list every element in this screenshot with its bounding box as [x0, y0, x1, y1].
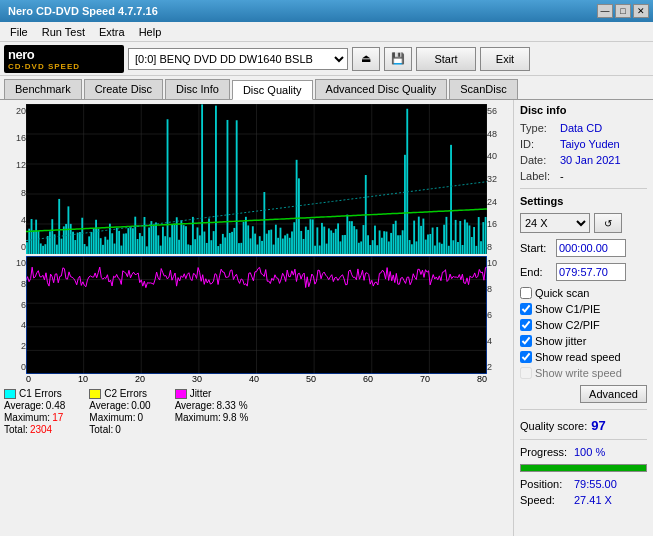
lower-y-axis-right: 10 8 6 4 2: [487, 256, 509, 374]
y-label: 56: [487, 106, 509, 116]
lower-y-axis-left: 10 8 6 4 2 0: [4, 256, 26, 374]
disc-type-key: Type:: [520, 122, 556, 134]
show-read-speed-row: Show read speed: [520, 351, 647, 363]
y-label: 16: [487, 219, 509, 229]
divider-1: [520, 188, 647, 189]
y-label: 16: [4, 133, 26, 143]
c1-stats: C1 Errors Average: 0.48 Maximum: 17 Tota…: [4, 388, 65, 435]
disc-id-val: Taiyo Yuden: [560, 138, 620, 150]
c1-label: C1 Errors: [19, 388, 62, 399]
maximize-button[interactable]: □: [615, 4, 631, 18]
menu-help[interactable]: Help: [133, 24, 168, 40]
settings-title: Settings: [520, 195, 647, 207]
disc-type-val: Data CD: [560, 122, 602, 134]
disc-eject-button[interactable]: ⏏: [352, 47, 380, 71]
y-label: 12: [4, 160, 26, 170]
lower-chart-canvas: [26, 256, 487, 374]
quick-scan-checkbox[interactable]: [520, 287, 532, 299]
y-label: 2: [4, 341, 26, 351]
y-label: 4: [4, 320, 26, 330]
tab-advanced-disc-quality[interactable]: Advanced Disc Quality: [315, 79, 448, 99]
end-input[interactable]: [556, 263, 626, 281]
disc-date-val: 30 Jan 2021: [560, 154, 621, 166]
c1-avg-value: 0.48: [46, 400, 65, 411]
y-label: 2: [487, 362, 509, 372]
show-write-speed-row: Show write speed: [520, 367, 647, 379]
upper-y-axis-right: 56 48 40 32 24 16 8: [487, 104, 509, 254]
x-axis-labels: 0 10 20 30 40 50 60 70 80: [26, 374, 487, 384]
speed-display-label: Speed:: [520, 494, 570, 506]
nero-logo-text: nero: [8, 47, 34, 62]
start-label: Start:: [520, 242, 552, 254]
position-label: Position:: [520, 478, 570, 490]
window-controls: — □ ✕: [597, 4, 649, 18]
menu-run-test[interactable]: Run Test: [36, 24, 91, 40]
progress-bar-fill: [521, 465, 646, 471]
menu-file[interactable]: File: [4, 24, 34, 40]
y-label: 8: [4, 188, 26, 198]
nero-logo: nero CD·DVD SPEED: [4, 45, 124, 73]
disc-date-key: Date:: [520, 154, 556, 166]
jitter-avg-value: 8.33 %: [216, 400, 247, 411]
show-read-speed-checkbox[interactable]: [520, 351, 532, 363]
disc-type-row: Type: Data CD: [520, 122, 647, 134]
refresh-speed-button[interactable]: ↺: [594, 213, 622, 233]
show-c1pie-checkbox[interactable]: [520, 303, 532, 315]
y-label: 8: [487, 284, 509, 294]
start-row: Start:: [520, 239, 647, 257]
show-c2pif-row: Show C2/PIF: [520, 319, 647, 331]
jitter-max-label: Maximum:: [175, 412, 221, 423]
c1-total-value: 2304: [30, 424, 52, 435]
jitter-max-value: 9.8 %: [223, 412, 249, 423]
c2-total-label: Total:: [89, 424, 113, 435]
show-c2pif-label: Show C2/PIF: [535, 319, 600, 331]
jitter-color-box: [175, 389, 187, 399]
show-write-speed-label: Show write speed: [535, 367, 622, 379]
y-label: 0: [4, 362, 26, 372]
y-label: 8: [487, 242, 509, 252]
quick-scan-row: Quick scan: [520, 287, 647, 299]
show-c2pif-checkbox[interactable]: [520, 319, 532, 331]
divider-2: [520, 409, 647, 410]
menu-extra[interactable]: Extra: [93, 24, 131, 40]
advanced-button[interactable]: Advanced: [580, 385, 647, 403]
upper-chart-canvas: [26, 104, 487, 254]
minimize-button[interactable]: —: [597, 4, 613, 18]
save-button[interactable]: 💾: [384, 47, 412, 71]
tabs: Benchmark Create Disc Disc Info Disc Qua…: [0, 76, 653, 100]
c2-avg-value: 0.00: [131, 400, 150, 411]
tab-benchmark[interactable]: Benchmark: [4, 79, 82, 99]
start-input[interactable]: [556, 239, 626, 257]
show-write-speed-checkbox[interactable]: [520, 367, 532, 379]
menu-bar: File Run Test Extra Help: [0, 22, 653, 42]
show-jitter-label: Show jitter: [535, 335, 586, 347]
show-c1pie-label: Show C1/PIE: [535, 303, 600, 315]
y-label: 48: [487, 129, 509, 139]
speed-display-value: 27.41 X: [574, 494, 612, 506]
progress-label: Progress:: [520, 446, 570, 458]
show-jitter-checkbox[interactable]: [520, 335, 532, 347]
drive-selector[interactable]: [0:0] BENQ DVD DD DW1640 BSLB: [128, 48, 348, 70]
exit-button[interactable]: Exit: [480, 47, 530, 71]
lower-chart-inner: [26, 256, 487, 374]
tab-disc-quality[interactable]: Disc Quality: [232, 80, 313, 100]
progress-row: Progress: 100 %: [520, 446, 647, 458]
start-button[interactable]: Start: [416, 47, 476, 71]
speed-row: 24 X Max 4 X 8 X 16 X 32 X ↺: [520, 213, 647, 233]
speed-display-row: Speed: 27.41 X: [520, 494, 647, 506]
disc-id-key: ID:: [520, 138, 556, 150]
main-content: 20 16 12 8 4 0 56 48 40 32 24 16 8: [0, 100, 653, 536]
speed-select[interactable]: 24 X Max 4 X 8 X 16 X 32 X: [520, 213, 590, 233]
quick-scan-label: Quick scan: [535, 287, 589, 299]
tab-scan-disc[interactable]: ScanDisc: [449, 79, 517, 99]
tab-create-disc[interactable]: Create Disc: [84, 79, 163, 99]
app-title: Nero CD-DVD Speed 4.7.7.16: [4, 5, 158, 17]
y-label: 6: [4, 300, 26, 310]
tab-disc-info[interactable]: Disc Info: [165, 79, 230, 99]
jitter-label: Jitter: [190, 388, 212, 399]
c1-total-label: Total:: [4, 424, 28, 435]
close-button[interactable]: ✕: [633, 4, 649, 18]
quality-score-label: Quality score:: [520, 420, 587, 432]
end-row: End:: [520, 263, 647, 281]
divider-3: [520, 439, 647, 440]
